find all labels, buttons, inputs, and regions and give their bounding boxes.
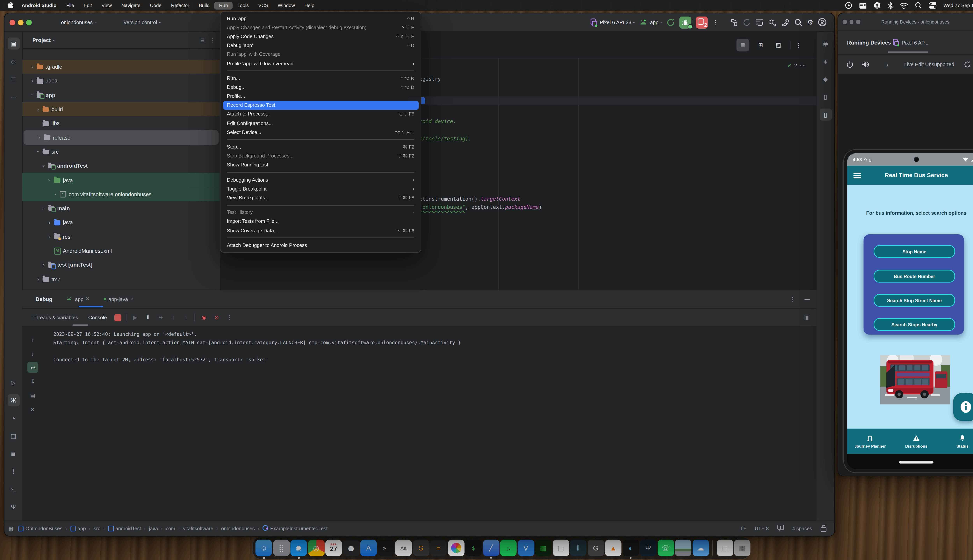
tree-chevron-icon[interactable]: ›	[47, 177, 52, 183]
dock-app-terminal[interactable]: >_	[378, 540, 394, 556]
notifications-bell-icon[interactable]: ◉	[819, 38, 831, 50]
tree-item-build[interactable]: ›build	[22, 102, 220, 116]
panel-more-icon[interactable]: ⋮	[790, 296, 796, 302]
notifications-balloon-icon[interactable]	[777, 524, 784, 533]
tree-chevron-icon[interactable]: ›	[29, 78, 36, 83]
nav-item-journey-planner[interactable]: Journey Planner	[847, 428, 893, 454]
dock-app-gimp[interactable]: G	[587, 540, 604, 556]
build-hammer-icon[interactable]	[730, 18, 738, 26]
menu-item-select-device[interactable]: Select Device...⌥ ⇧ F11	[222, 128, 418, 137]
tree-item-com-vitafitsoftware-onlondonbuses[interactable]: ›com.vitafitsoftware.onlondonbuses	[22, 187, 220, 201]
dock-app-iterm[interactable]: ‖	[570, 540, 587, 556]
next-issue-icon[interactable]: ›	[802, 65, 807, 66]
apple-menu[interactable]	[4, 2, 17, 9]
stop-button[interactable]	[115, 314, 122, 321]
tab-threads-variables[interactable]: Threads & Variables	[32, 315, 78, 320]
clear-icon[interactable]: ✕	[27, 404, 38, 415]
dock-app-fitness[interactable]: Ψ	[640, 540, 656, 556]
panel-options-icon[interactable]: ⋮	[210, 37, 215, 43]
version-control-tool-icon[interactable]: Ψ	[7, 501, 20, 513]
profiler-icon[interactable]	[756, 18, 764, 26]
console-output[interactable]: ↑↓↩↧▤✕ 2023-09-27 16:52:40: Launching ap…	[22, 326, 816, 521]
soft-wrap-icon[interactable]: ↩	[27, 362, 38, 373]
close-window-button[interactable]	[10, 20, 15, 25]
search-icon[interactable]	[794, 18, 802, 26]
tab-console[interactable]: Console	[89, 315, 107, 320]
debug-button[interactable]	[679, 16, 691, 28]
tree-item-java[interactable]: ›java	[22, 173, 220, 187]
menu-item-run[interactable]: Run...^ ⌥ R	[222, 74, 418, 83]
search-button-stop-name[interactable]: Stop Name	[874, 245, 955, 258]
menu-item-show-coverage-data[interactable]: Show Coverage Data...⌥ ⌘ F6	[222, 226, 418, 235]
dock-app-trash[interactable]: ▦	[734, 540, 751, 556]
tree-item-res[interactable]: ›res	[22, 230, 220, 244]
breadcrumb-item-onlondonbuses[interactable]: OnLondonBuses	[18, 526, 62, 532]
vcs-branch-selector[interactable]: Version control ›	[124, 20, 161, 25]
collapse-all-icon[interactable]: ⊟	[201, 37, 205, 43]
minimize-window-button[interactable]	[18, 20, 23, 25]
tree-item-libs[interactable]: libs	[22, 116, 220, 130]
debug-tool-icon[interactable]: Ж	[7, 394, 20, 407]
split-view-icon[interactable]: ⊞	[754, 39, 767, 51]
menu-item-show-running-list[interactable]: Show Running List	[222, 161, 418, 170]
menubar-clock[interactable]: Wed 27 Sep 16:53:13	[943, 3, 973, 8]
step-into-icon[interactable]: ↓	[169, 314, 177, 321]
bluetooth-icon[interactable]	[888, 2, 893, 9]
breadcrumb-item-app[interactable]: app	[70, 526, 86, 532]
close-tab-icon[interactable]: ✕	[130, 297, 134, 302]
settings-gear-icon[interactable]: ⚙	[807, 19, 813, 26]
dock-app-chrome[interactable]: ◎	[308, 540, 324, 556]
hide-panel-icon[interactable]: ―	[804, 296, 810, 302]
menu-item-profile[interactable]: Profile...	[222, 92, 418, 101]
menubar-item-help[interactable]: Help	[300, 2, 319, 9]
rerun-button[interactable]	[667, 18, 675, 26]
menu-item-run-app[interactable]: Run 'app'^ R	[222, 14, 418, 23]
menu-item-run-app-with-coverage[interactable]: Run 'app' with Coverage	[222, 50, 418, 59]
scroll-down-icon[interactable]: ↓	[27, 348, 38, 359]
sync-project-icon[interactable]	[743, 18, 751, 26]
encoding-indicator[interactable]: UTF-8	[755, 526, 769, 532]
design-view-icon[interactable]: ▨	[772, 39, 785, 51]
step-over-icon[interactable]: ↪	[157, 314, 165, 321]
breadcrumb-item-androidtest[interactable]: androidTest	[108, 526, 141, 532]
scroll-to-end-icon[interactable]: ↧	[27, 376, 38, 387]
problems-tool-icon[interactable]: !	[7, 465, 20, 477]
dock-app-app-store[interactable]: A	[360, 540, 377, 556]
dock-app-siri[interactable]: ◐	[622, 540, 639, 556]
run-config-selector[interactable]: app ›	[639, 19, 662, 25]
tree-chevron-icon[interactable]: ›	[30, 92, 35, 98]
zoom-window-button[interactable]	[26, 20, 32, 25]
menubar-item-code[interactable]: Code	[145, 2, 166, 9]
mute-breakpoints-icon[interactable]: ⊘	[212, 314, 221, 321]
menu-item-attach-debugger-to-android-process[interactable]: Attach Debugger to Android Process	[222, 241, 418, 250]
structure-tool-icon[interactable]: ☰	[7, 73, 20, 85]
menubar-item-run[interactable]: Run	[214, 2, 232, 9]
tree-chevron-icon[interactable]: ›	[35, 107, 42, 112]
menubar-item-vcs[interactable]: VCS	[254, 2, 273, 9]
resume-button[interactable]: ▶	[131, 314, 139, 321]
more-actions-icon[interactable]: ⋮	[712, 19, 719, 26]
device-manager-icon[interactable]: ▯	[819, 91, 831, 103]
dock-app-developer-tools[interactable]: ╱	[483, 540, 499, 556]
chevron-right-icon[interactable]: ›	[886, 61, 888, 68]
indent-indicator[interactable]: 4 spaces	[792, 526, 812, 532]
dock-app-photos[interactable]	[448, 540, 464, 556]
refresh-icon[interactable]	[964, 59, 971, 70]
tree-item-androidmanifest-xml[interactable]: MAndroidManifest.xml	[22, 243, 220, 258]
search-button-search-stops-nearby[interactable]: Search Stops Nearby	[874, 318, 955, 331]
layout-settings-icon[interactable]: ▥	[804, 314, 809, 321]
debug-tab-app-java[interactable]: app-java✕	[103, 296, 134, 302]
project-selector[interactable]: onlondonuses ›	[61, 20, 97, 25]
tree-chevron-icon[interactable]: ›	[36, 135, 43, 140]
commit-tool-icon[interactable]: ◇	[7, 55, 20, 67]
inspections-widget[interactable]: ✔ 2 › ›	[787, 62, 805, 68]
menubar-app-name[interactable]: Android Studio	[17, 3, 62, 8]
search-button-search-stop-street-name[interactable]: Search Stop Street Name	[874, 294, 955, 307]
profile-avatar-icon[interactable]	[818, 18, 827, 27]
pixel6-emulator-screen[interactable]: 4:53 ⚙ ▯ Real Tim	[843, 149, 973, 473]
dock-app-calendar[interactable]: SEP27	[325, 540, 342, 556]
keyboard-icon[interactable]	[859, 2, 866, 8]
dock-app-documents-folder[interactable]: ▤	[717, 540, 733, 556]
breadcrumb-item-onlondonbuses[interactable]: onlondonbuses	[221, 526, 255, 532]
dock-app-textedit[interactable]: Aa	[395, 540, 412, 556]
